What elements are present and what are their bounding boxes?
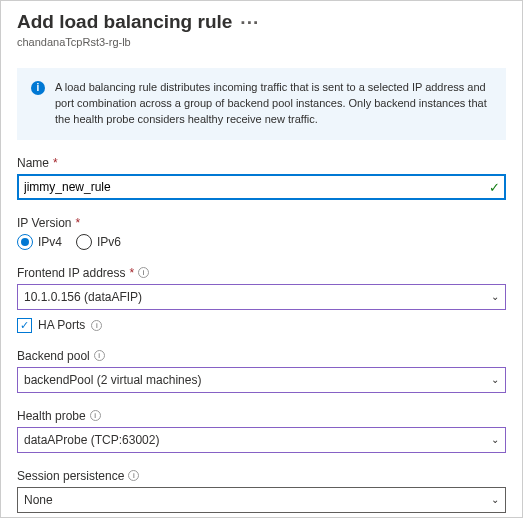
required-icon: * [75,216,80,230]
page-title: Add load balancing rule··· [17,11,506,34]
info-text: A load balancing rule distributes incomi… [55,80,492,128]
field-backend-pool: Backend pool i backendPool (2 virtual ma… [17,349,506,393]
ha-ports-label: HA Ports [38,318,85,332]
field-session-persistence: Session persistence i None⌄ [17,469,506,513]
session-persistence-select[interactable]: None⌄ [17,487,506,513]
ha-ports-checkbox[interactable]: ✓ HA Ports i [17,318,506,333]
help-icon[interactable]: i [138,267,149,278]
field-health-probe: Health probe i dataAProbe (TCP:63002)⌄ [17,409,506,453]
help-icon[interactable]: i [91,320,102,331]
name-input[interactable] [17,174,506,200]
info-banner: i A load balancing rule distributes inco… [17,68,506,140]
field-name: Name * ✓ [17,156,506,200]
frontend-ip-select[interactable]: 10.1.0.156 (dataAFIP)⌄ [17,284,506,310]
breadcrumb: chandanaTcpRst3-rg-lb [17,36,506,48]
frontend-label: Frontend IP address * i [17,266,506,280]
checkbox-icon: ✓ [17,318,32,333]
required-icon: * [53,156,58,170]
radio-ipv4[interactable]: IPv4 [17,234,62,250]
field-frontend-ip: Frontend IP address * i 10.1.0.156 (data… [17,266,506,310]
page-title-text: Add load balancing rule [17,11,232,32]
required-icon: * [130,266,135,280]
ipversion-label: IP Version * [17,216,506,230]
backend-label: Backend pool i [17,349,506,363]
health-probe-select[interactable]: dataAProbe (TCP:63002)⌄ [17,427,506,453]
chevron-down-icon: ⌄ [491,374,499,385]
probe-label: Health probe i [17,409,506,423]
session-label: Session persistence i [17,469,506,483]
name-label: Name * [17,156,506,170]
chevron-down-icon: ⌄ [491,434,499,445]
field-ipversion: IP Version * IPv4 IPv6 [17,216,506,250]
more-actions-icon[interactable]: ··· [240,12,259,34]
help-icon[interactable]: i [128,470,139,481]
radio-ipv6[interactable]: IPv6 [76,234,121,250]
help-icon[interactable]: i [90,410,101,421]
help-icon[interactable]: i [94,350,105,361]
valid-check-icon: ✓ [489,179,500,194]
backend-pool-select[interactable]: backendPool (2 virtual machines)⌄ [17,367,506,393]
info-icon: i [31,81,45,95]
chevron-down-icon: ⌄ [491,291,499,302]
chevron-down-icon: ⌄ [491,494,499,505]
